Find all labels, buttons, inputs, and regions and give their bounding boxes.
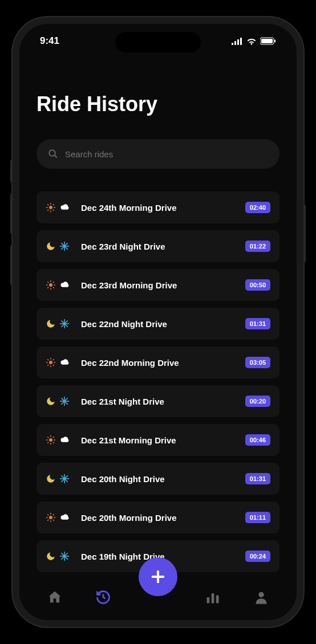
nav-stats[interactable]	[200, 585, 225, 610]
sun-icon	[46, 357, 56, 368]
svg-line-8	[54, 155, 57, 158]
cloud-icon	[59, 280, 71, 290]
ride-duration-badge: 03:05	[245, 357, 270, 368]
cellular-icon	[232, 37, 243, 45]
snowflake-icon	[59, 396, 70, 406]
sun-icon	[46, 512, 56, 523]
ride-duration-badge: 01:31	[245, 318, 270, 329]
svg-rect-6	[274, 40, 276, 43]
power-button	[303, 205, 306, 262]
svg-line-25	[48, 282, 48, 283]
ride-duration-badge: 01:22	[245, 241, 270, 252]
search-input[interactable]	[65, 149, 268, 159]
volume-down-button	[10, 245, 13, 285]
svg-rect-0	[232, 43, 233, 45]
moon-icon	[46, 241, 56, 251]
svg-rect-78	[216, 596, 219, 604]
svg-line-42	[48, 365, 48, 365]
svg-rect-3	[240, 38, 242, 45]
ride-icons	[46, 396, 74, 406]
mute-switch	[10, 160, 13, 182]
battery-icon	[260, 37, 276, 45]
svg-rect-77	[212, 593, 214, 604]
ride-duration-badge: 02:40	[245, 202, 270, 213]
svg-line-39	[53, 365, 54, 365]
ride-title: Dec 21st Night Drive	[81, 397, 245, 406]
svg-point-9	[49, 206, 52, 209]
moon-icon	[46, 474, 56, 484]
svg-line-51	[48, 437, 48, 438]
screen: 9:41 Ride History Dec 24th Morning Drive…	[19, 24, 297, 620]
snowflake-icon	[59, 241, 70, 251]
svg-point-79	[258, 592, 264, 597]
moon-icon	[46, 396, 56, 406]
svg-rect-76	[207, 597, 210, 604]
add-ride-button[interactable]	[139, 557, 177, 596]
plus-icon	[149, 568, 167, 586]
ride-title: Dec 20th Night Drive	[81, 474, 245, 484]
history-icon	[95, 589, 111, 605]
ride-duration-badge: 00:50	[245, 279, 270, 291]
svg-line-65	[53, 520, 54, 520]
ride-item[interactable]: Dec 21st Morning Drive 00:46	[37, 424, 279, 456]
wifi-icon	[246, 37, 257, 45]
svg-line-52	[53, 442, 54, 443]
svg-line-17	[53, 205, 54, 205]
svg-line-69	[53, 515, 54, 515]
cloud-icon	[59, 357, 71, 368]
status-time: 9:41	[40, 35, 59, 47]
ride-list: Dec 24th Morning Drive 02:40 Dec 23rd Ni…	[37, 191, 279, 572]
svg-point-7	[49, 150, 55, 156]
ride-title: Dec 23rd Morning Drive	[81, 280, 245, 290]
ride-item[interactable]: Dec 24th Morning Drive 02:40	[37, 191, 279, 223]
nav-profile[interactable]	[249, 585, 274, 610]
svg-line-38	[48, 360, 48, 360]
ride-title: Dec 24th Morning Drive	[81, 203, 245, 213]
ride-item[interactable]: Dec 23rd Morning Drive 00:50	[37, 269, 279, 301]
home-icon	[47, 589, 63, 605]
svg-point-35	[49, 361, 52, 364]
snowflake-icon	[59, 551, 70, 561]
status-indicators	[232, 37, 276, 45]
page-title: Ride History	[37, 92, 279, 116]
search-bar[interactable]	[37, 139, 279, 169]
ride-duration-badge: 00:46	[245, 434, 270, 446]
svg-line-64	[48, 515, 48, 515]
cloud-icon	[59, 202, 71, 213]
phone-frame: 9:41 Ride History Dec 24th Morning Drive…	[13, 17, 303, 627]
svg-rect-5	[261, 39, 273, 43]
cloud-icon	[59, 512, 71, 523]
nav-history[interactable]	[91, 585, 116, 610]
ride-icons	[46, 551, 74, 561]
ride-duration-badge: 00:24	[245, 551, 270, 562]
ride-item[interactable]: Dec 20th Morning Drive 01:11	[37, 502, 279, 533]
ride-item[interactable]: Dec 21st Night Drive 00:20	[37, 385, 279, 417]
ride-item[interactable]: Dec 22nd Morning Drive 03:05	[37, 347, 279, 378]
ride-icons	[46, 319, 74, 329]
volume-up-button	[10, 194, 13, 234]
svg-line-43	[53, 360, 54, 360]
ride-item[interactable]: Dec 20th Night Drive 01:31	[37, 463, 279, 495]
svg-line-56	[53, 437, 54, 438]
ride-title: Dec 23rd Night Drive	[81, 242, 245, 251]
stats-icon	[205, 589, 221, 605]
svg-rect-2	[237, 39, 239, 45]
svg-line-12	[48, 205, 48, 205]
ride-item[interactable]: Dec 23rd Night Drive 01:22	[37, 230, 279, 262]
sun-icon	[46, 202, 56, 213]
snowflake-icon	[59, 319, 70, 329]
svg-line-55	[48, 442, 48, 443]
ride-icons	[46, 202, 74, 213]
svg-point-48	[49, 438, 52, 442]
dynamic-island	[115, 32, 201, 52]
svg-line-26	[53, 287, 54, 288]
content-area: Ride History Dec 24th Morning Drive 02:4…	[19, 58, 297, 574]
svg-line-13	[53, 210, 54, 210]
ride-duration-badge: 01:11	[245, 512, 270, 523]
ride-icons	[46, 512, 74, 523]
nav-home[interactable]	[42, 585, 67, 610]
moon-icon	[46, 551, 56, 561]
ride-item[interactable]: Dec 22nd Night Drive 01:31	[37, 308, 279, 340]
ride-icons	[46, 241, 74, 251]
search-icon	[48, 149, 58, 159]
